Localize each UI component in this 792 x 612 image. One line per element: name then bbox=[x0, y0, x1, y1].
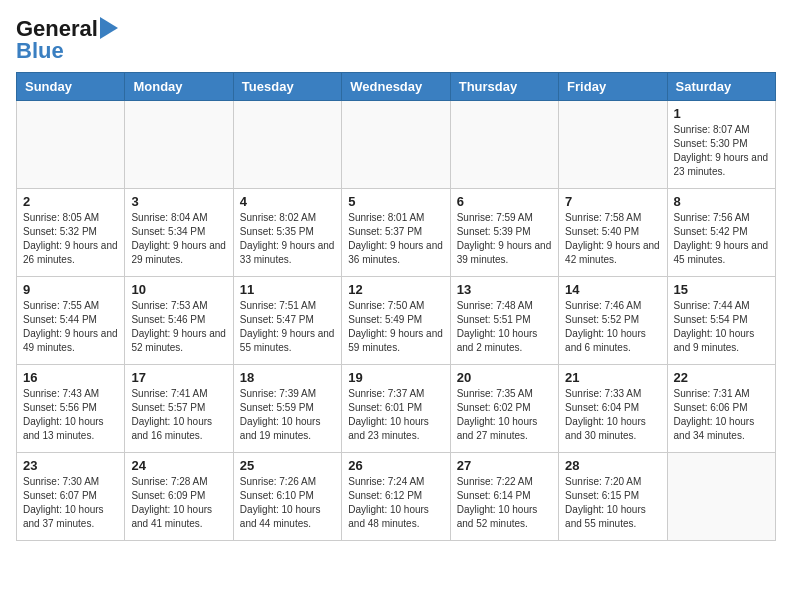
calendar-cell: 27Sunrise: 7:22 AM Sunset: 6:14 PM Dayli… bbox=[450, 453, 558, 541]
calendar-cell: 7Sunrise: 7:58 AM Sunset: 5:40 PM Daylig… bbox=[559, 189, 667, 277]
day-info: Sunrise: 7:30 AM Sunset: 6:07 PM Dayligh… bbox=[23, 475, 118, 531]
calendar-header-friday: Friday bbox=[559, 73, 667, 101]
day-number: 17 bbox=[131, 370, 226, 385]
day-number: 13 bbox=[457, 282, 552, 297]
day-number: 2 bbox=[23, 194, 118, 209]
calendar-cell: 1Sunrise: 8:07 AM Sunset: 5:30 PM Daylig… bbox=[667, 101, 775, 189]
day-info: Sunrise: 7:43 AM Sunset: 5:56 PM Dayligh… bbox=[23, 387, 118, 443]
calendar-cell: 26Sunrise: 7:24 AM Sunset: 6:12 PM Dayli… bbox=[342, 453, 450, 541]
day-info: Sunrise: 7:50 AM Sunset: 5:49 PM Dayligh… bbox=[348, 299, 443, 355]
calendar-header-wednesday: Wednesday bbox=[342, 73, 450, 101]
calendar-header-saturday: Saturday bbox=[667, 73, 775, 101]
day-info: Sunrise: 7:26 AM Sunset: 6:10 PM Dayligh… bbox=[240, 475, 335, 531]
calendar-table: SundayMondayTuesdayWednesdayThursdayFrid… bbox=[16, 72, 776, 541]
day-info: Sunrise: 7:22 AM Sunset: 6:14 PM Dayligh… bbox=[457, 475, 552, 531]
day-number: 21 bbox=[565, 370, 660, 385]
day-number: 12 bbox=[348, 282, 443, 297]
logo-blue-text: Blue bbox=[16, 38, 64, 64]
calendar-cell bbox=[450, 101, 558, 189]
day-info: Sunrise: 7:35 AM Sunset: 6:02 PM Dayligh… bbox=[457, 387, 552, 443]
calendar-cell: 17Sunrise: 7:41 AM Sunset: 5:57 PM Dayli… bbox=[125, 365, 233, 453]
calendar-week-4: 16Sunrise: 7:43 AM Sunset: 5:56 PM Dayli… bbox=[17, 365, 776, 453]
day-info: Sunrise: 7:58 AM Sunset: 5:40 PM Dayligh… bbox=[565, 211, 660, 267]
page-header: General Blue bbox=[16, 16, 776, 64]
calendar-cell: 11Sunrise: 7:51 AM Sunset: 5:47 PM Dayli… bbox=[233, 277, 341, 365]
calendar-cell: 24Sunrise: 7:28 AM Sunset: 6:09 PM Dayli… bbox=[125, 453, 233, 541]
calendar-cell: 13Sunrise: 7:48 AM Sunset: 5:51 PM Dayli… bbox=[450, 277, 558, 365]
calendar-week-3: 9Sunrise: 7:55 AM Sunset: 5:44 PM Daylig… bbox=[17, 277, 776, 365]
day-info: Sunrise: 8:04 AM Sunset: 5:34 PM Dayligh… bbox=[131, 211, 226, 267]
day-info: Sunrise: 7:46 AM Sunset: 5:52 PM Dayligh… bbox=[565, 299, 660, 355]
day-number: 4 bbox=[240, 194, 335, 209]
day-number: 9 bbox=[23, 282, 118, 297]
day-number: 19 bbox=[348, 370, 443, 385]
calendar-cell: 8Sunrise: 7:56 AM Sunset: 5:42 PM Daylig… bbox=[667, 189, 775, 277]
day-info: Sunrise: 8:07 AM Sunset: 5:30 PM Dayligh… bbox=[674, 123, 769, 179]
calendar-cell bbox=[559, 101, 667, 189]
day-info: Sunrise: 7:41 AM Sunset: 5:57 PM Dayligh… bbox=[131, 387, 226, 443]
calendar-cell: 21Sunrise: 7:33 AM Sunset: 6:04 PM Dayli… bbox=[559, 365, 667, 453]
calendar-cell: 12Sunrise: 7:50 AM Sunset: 5:49 PM Dayli… bbox=[342, 277, 450, 365]
day-info: Sunrise: 7:53 AM Sunset: 5:46 PM Dayligh… bbox=[131, 299, 226, 355]
calendar-cell: 2Sunrise: 8:05 AM Sunset: 5:32 PM Daylig… bbox=[17, 189, 125, 277]
calendar-header-thursday: Thursday bbox=[450, 73, 558, 101]
calendar-cell: 9Sunrise: 7:55 AM Sunset: 5:44 PM Daylig… bbox=[17, 277, 125, 365]
calendar-cell: 4Sunrise: 8:02 AM Sunset: 5:35 PM Daylig… bbox=[233, 189, 341, 277]
calendar-cell bbox=[233, 101, 341, 189]
calendar-cell: 16Sunrise: 7:43 AM Sunset: 5:56 PM Dayli… bbox=[17, 365, 125, 453]
day-number: 11 bbox=[240, 282, 335, 297]
calendar-cell: 19Sunrise: 7:37 AM Sunset: 6:01 PM Dayli… bbox=[342, 365, 450, 453]
day-number: 10 bbox=[131, 282, 226, 297]
day-info: Sunrise: 7:44 AM Sunset: 5:54 PM Dayligh… bbox=[674, 299, 769, 355]
day-info: Sunrise: 8:01 AM Sunset: 5:37 PM Dayligh… bbox=[348, 211, 443, 267]
calendar-cell: 3Sunrise: 8:04 AM Sunset: 5:34 PM Daylig… bbox=[125, 189, 233, 277]
calendar-cell: 20Sunrise: 7:35 AM Sunset: 6:02 PM Dayli… bbox=[450, 365, 558, 453]
calendar-header-sunday: Sunday bbox=[17, 73, 125, 101]
day-number: 24 bbox=[131, 458, 226, 473]
day-number: 27 bbox=[457, 458, 552, 473]
day-info: Sunrise: 8:02 AM Sunset: 5:35 PM Dayligh… bbox=[240, 211, 335, 267]
day-info: Sunrise: 7:28 AM Sunset: 6:09 PM Dayligh… bbox=[131, 475, 226, 531]
day-info: Sunrise: 7:55 AM Sunset: 5:44 PM Dayligh… bbox=[23, 299, 118, 355]
calendar-cell: 18Sunrise: 7:39 AM Sunset: 5:59 PM Dayli… bbox=[233, 365, 341, 453]
calendar-header-row: SundayMondayTuesdayWednesdayThursdayFrid… bbox=[17, 73, 776, 101]
calendar-week-1: 1Sunrise: 8:07 AM Sunset: 5:30 PM Daylig… bbox=[17, 101, 776, 189]
day-number: 8 bbox=[674, 194, 769, 209]
calendar-cell: 14Sunrise: 7:46 AM Sunset: 5:52 PM Dayli… bbox=[559, 277, 667, 365]
day-number: 5 bbox=[348, 194, 443, 209]
day-info: Sunrise: 7:56 AM Sunset: 5:42 PM Dayligh… bbox=[674, 211, 769, 267]
calendar-cell: 10Sunrise: 7:53 AM Sunset: 5:46 PM Dayli… bbox=[125, 277, 233, 365]
day-number: 3 bbox=[131, 194, 226, 209]
day-number: 26 bbox=[348, 458, 443, 473]
calendar-header-monday: Monday bbox=[125, 73, 233, 101]
day-info: Sunrise: 7:31 AM Sunset: 6:06 PM Dayligh… bbox=[674, 387, 769, 443]
calendar-cell bbox=[342, 101, 450, 189]
calendar-cell: 23Sunrise: 7:30 AM Sunset: 6:07 PM Dayli… bbox=[17, 453, 125, 541]
calendar-week-5: 23Sunrise: 7:30 AM Sunset: 6:07 PM Dayli… bbox=[17, 453, 776, 541]
logo-arrow-icon bbox=[100, 17, 118, 39]
day-number: 20 bbox=[457, 370, 552, 385]
day-info: Sunrise: 7:24 AM Sunset: 6:12 PM Dayligh… bbox=[348, 475, 443, 531]
day-number: 16 bbox=[23, 370, 118, 385]
day-number: 23 bbox=[23, 458, 118, 473]
day-number: 15 bbox=[674, 282, 769, 297]
day-number: 22 bbox=[674, 370, 769, 385]
day-number: 6 bbox=[457, 194, 552, 209]
calendar-cell: 6Sunrise: 7:59 AM Sunset: 5:39 PM Daylig… bbox=[450, 189, 558, 277]
day-number: 1 bbox=[674, 106, 769, 121]
day-info: Sunrise: 7:59 AM Sunset: 5:39 PM Dayligh… bbox=[457, 211, 552, 267]
day-number: 18 bbox=[240, 370, 335, 385]
day-info: Sunrise: 7:39 AM Sunset: 5:59 PM Dayligh… bbox=[240, 387, 335, 443]
day-number: 28 bbox=[565, 458, 660, 473]
day-number: 25 bbox=[240, 458, 335, 473]
day-info: Sunrise: 8:05 AM Sunset: 5:32 PM Dayligh… bbox=[23, 211, 118, 267]
calendar-week-2: 2Sunrise: 8:05 AM Sunset: 5:32 PM Daylig… bbox=[17, 189, 776, 277]
day-number: 14 bbox=[565, 282, 660, 297]
calendar-cell bbox=[17, 101, 125, 189]
calendar-cell: 25Sunrise: 7:26 AM Sunset: 6:10 PM Dayli… bbox=[233, 453, 341, 541]
calendar-cell: 28Sunrise: 7:20 AM Sunset: 6:15 PM Dayli… bbox=[559, 453, 667, 541]
day-number: 7 bbox=[565, 194, 660, 209]
calendar-cell bbox=[125, 101, 233, 189]
calendar-cell bbox=[667, 453, 775, 541]
calendar-cell: 15Sunrise: 7:44 AM Sunset: 5:54 PM Dayli… bbox=[667, 277, 775, 365]
